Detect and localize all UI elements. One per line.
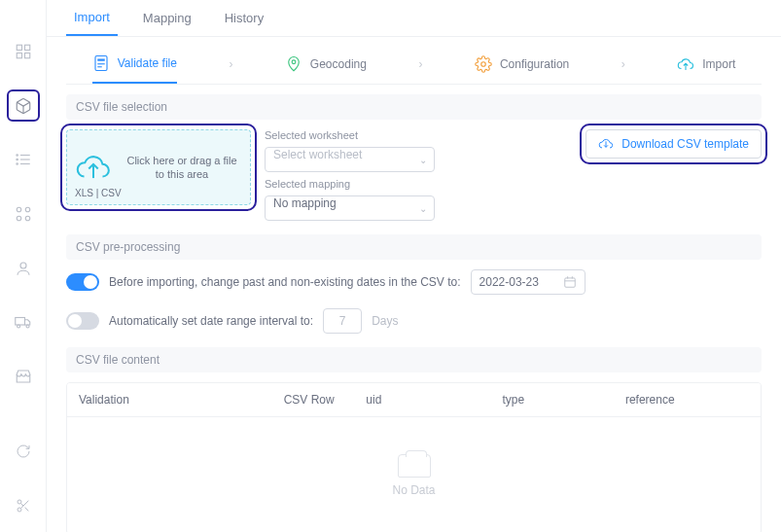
section-file-selection: CSV file selection [66, 94, 762, 120]
svg-rect-33 [564, 278, 575, 287]
package-icon [15, 97, 32, 115]
sidebar-item-store[interactable] [7, 360, 40, 393]
svg-point-29 [481, 62, 486, 67]
step-configuration[interactable]: Configuration [475, 55, 569, 83]
svg-point-13 [17, 216, 21, 221]
svg-point-11 [17, 207, 21, 212]
svg-rect-25 [97, 59, 105, 61]
sidebar-item-grid[interactable] [7, 35, 40, 68]
step-geocoding[interactable]: Geocoding [285, 55, 367, 83]
scissors-icon [16, 498, 31, 514]
gear-icon [475, 55, 492, 73]
chevron-right-icon: › [621, 57, 625, 81]
cloud-upload-icon [677, 55, 694, 73]
sidebar-item-data[interactable] [7, 197, 40, 231]
tab-mapping[interactable]: Mapping [135, 0, 199, 36]
tab-import[interactable]: Import [66, 0, 118, 36]
sidebar-item-package[interactable] [7, 89, 40, 123]
worksheet-label: Selected worksheet [265, 129, 435, 141]
toggle-auto-range[interactable] [66, 312, 99, 330]
col-uid[interactable]: uid [354, 383, 490, 417]
svg-rect-16 [15, 318, 24, 326]
col-reference[interactable]: reference [614, 383, 737, 417]
svg-point-20 [18, 508, 21, 512]
list-icon [15, 151, 32, 168]
file-dropzone[interactable]: Click here or drag a file to this area X… [66, 129, 251, 205]
svg-rect-3 [24, 53, 29, 57]
tab-label: Import [74, 10, 110, 24]
svg-rect-0 [17, 45, 21, 50]
grid-icon [15, 43, 32, 60]
change-dates-label: Before importing, change past and non-ex… [109, 275, 461, 289]
step-label: Validate file [118, 56, 177, 70]
sidebar-item-refresh[interactable] [7, 436, 40, 469]
svg-point-10 [16, 163, 18, 165]
dropzone-sub: XLS | CSV [75, 188, 122, 198]
step-label: Geocoding [310, 57, 367, 71]
download-template-button[interactable]: Download CSV template [586, 129, 762, 159]
section-preprocessing: CSV pre-processing [66, 234, 762, 260]
svg-point-19 [18, 500, 21, 504]
svg-rect-2 [17, 53, 21, 57]
refresh-icon [16, 443, 31, 459]
geocode-icon [285, 55, 302, 73]
svg-point-17 [17, 325, 19, 328]
svg-point-15 [20, 263, 26, 268]
tab-history[interactable]: History [217, 0, 271, 36]
worksheet-select[interactable]: Select worksheet [265, 147, 435, 172]
sidebar-item-scissors[interactable] [7, 489, 40, 522]
cloud-upload-icon [75, 149, 112, 186]
sidebar-item-user[interactable] [7, 252, 40, 285]
svg-rect-1 [24, 45, 29, 50]
date-value-field[interactable] [479, 275, 555, 289]
svg-rect-24 [95, 56, 107, 71]
chevron-right-icon: › [418, 57, 422, 81]
step-label: Import [702, 57, 735, 71]
section-content: CSV file content [66, 347, 762, 372]
svg-point-14 [25, 216, 30, 221]
dropzone-text: Click here or drag a file to this area [122, 154, 242, 182]
range-value-field[interactable] [323, 308, 362, 334]
mapping-select[interactable]: No mapping [265, 195, 435, 221]
days-label: Days [372, 314, 398, 328]
step-label: Configuration [500, 57, 569, 71]
svg-point-8 [16, 155, 18, 157]
mapping-label: Selected mapping [265, 178, 435, 190]
tab-label: History [225, 11, 264, 25]
col-validation[interactable]: Validation [67, 383, 272, 417]
empty-icon [398, 454, 431, 478]
col-type[interactable]: type [490, 383, 613, 417]
stepper: Validate file › Geocoding › Configuratio… [66, 47, 762, 85]
data-icon [15, 205, 32, 223]
no-data: No Data [67, 454, 761, 497]
download-template-label: Download CSV template [621, 137, 749, 151]
truck-icon [15, 313, 32, 331]
storefront-icon [15, 368, 32, 385]
csv-table: Validation CSV Row uid type reference [66, 382, 762, 532]
chevron-right-icon: › [229, 57, 232, 81]
cloud-download-icon [598, 136, 614, 152]
toggle-change-dates[interactable] [66, 273, 99, 291]
svg-point-12 [25, 207, 30, 212]
step-import[interactable]: Import [677, 55, 735, 83]
svg-line-22 [24, 508, 28, 512]
col-csvrow[interactable]: CSV Row [272, 383, 355, 417]
auto-range-label: Automatically set date range interval to… [109, 314, 313, 328]
svg-point-28 [292, 60, 296, 64]
svg-line-23 [20, 504, 23, 507]
sidebar-item-truck[interactable] [7, 305, 40, 338]
sidebar [0, 0, 47, 532]
date-input[interactable] [471, 269, 586, 295]
user-icon [15, 260, 32, 277]
svg-point-18 [26, 325, 29, 328]
svg-point-9 [16, 159, 18, 160]
csv-file-icon [92, 54, 110, 72]
sidebar-item-list[interactable] [7, 143, 40, 176]
step-validate[interactable]: Validate file [92, 54, 177, 84]
top-tabs: Import Mapping History [47, 0, 781, 37]
calendar-icon [563, 275, 577, 289]
no-data-label: No Data [392, 483, 435, 497]
tab-label: Mapping [143, 11, 192, 25]
